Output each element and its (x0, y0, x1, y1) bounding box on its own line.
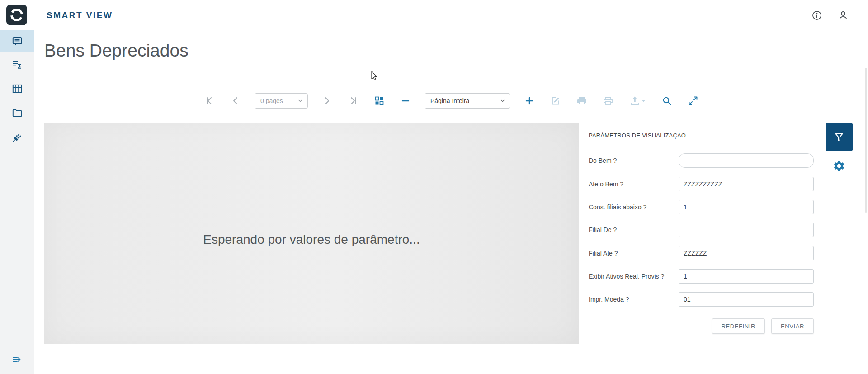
edit-report-button[interactable] (548, 94, 563, 108)
page-layout-button[interactable] (372, 94, 387, 108)
sidebar-item-folders[interactable] (0, 101, 34, 125)
sidebar (0, 30, 34, 374)
sidebar-expand-button[interactable] (0, 350, 34, 369)
search-button[interactable] (660, 94, 674, 108)
zoom-out-button[interactable] (398, 94, 413, 108)
param-label: Cons. filiais abaixo ? (589, 200, 646, 214)
export-icon (629, 95, 640, 106)
zoom-select[interactable]: Página Inteira (425, 93, 510, 109)
last-page-button[interactable] (346, 94, 360, 108)
viewer-message: Esperando por valores de parâmetro... (203, 232, 420, 247)
param-label: Exibir Ativos Real. Provis ? (589, 269, 664, 284)
chevron-down-icon (641, 99, 646, 104)
param-row: Filial Ate ? (589, 246, 814, 260)
param-row: Ate o Bem ? (589, 177, 814, 191)
filter-icon (833, 131, 845, 143)
param-input-do-bem[interactable] (679, 153, 814, 168)
page-title: Bens Depreciados (44, 41, 189, 61)
totvs-logo-icon (6, 5, 27, 25)
first-page-button[interactable] (202, 94, 217, 108)
param-input-exibir-ativos[interactable] (679, 269, 814, 284)
print-preview-icon (603, 95, 613, 106)
zoom-in-icon (524, 95, 535, 106)
last-page-icon (348, 95, 359, 106)
export-button[interactable] (627, 94, 648, 108)
user-icon (838, 10, 849, 21)
param-input-cons-filiais[interactable] (679, 200, 814, 214)
param-input-filial-de[interactable] (679, 223, 814, 237)
fullscreen-button[interactable] (686, 94, 700, 108)
user-button[interactable] (838, 10, 849, 21)
parameters-panel: PARÂMETROS DE VISUALIZAÇÃO Do Bem ? Ate … (579, 123, 822, 344)
next-page-button[interactable] (320, 94, 334, 108)
sidebar-item-tables[interactable] (0, 76, 34, 101)
fullscreen-icon (688, 95, 698, 106)
expand-menu-icon (11, 354, 23, 365)
param-row: Exibir Ativos Real. Provis ? (589, 269, 814, 284)
plug-icon (11, 132, 23, 143)
param-input-ate-o-bem[interactable] (679, 177, 814, 191)
param-input-filial-ate[interactable] (679, 246, 814, 260)
submit-button[interactable]: ENVIAR (771, 318, 814, 334)
param-row: Filial De ? (589, 223, 814, 237)
param-row: Do Bem ? (589, 153, 814, 168)
top-bar: SMART VIEW (0, 0, 868, 30)
zoom-select-value: Página Inteira (430, 97, 469, 104)
info-icon (811, 10, 822, 21)
app-title: SMART VIEW (47, 0, 113, 30)
next-page-icon (321, 95, 332, 106)
sidebar-item-summaries[interactable] (0, 52, 34, 76)
report-icon (11, 35, 23, 47)
report-toolbar: 0 pages Página Inteira (202, 90, 700, 111)
parameters-title: PARÂMETROS DE VISUALIZAÇÃO (589, 132, 686, 139)
summary-icon (11, 58, 23, 70)
table-icon (11, 83, 23, 95)
param-label: Filial Ate ? (589, 246, 618, 260)
param-row: Impr. Moeda ? (589, 292, 814, 307)
folder-icon (11, 107, 23, 119)
app-logo[interactable] (6, 5, 27, 25)
print-icon (576, 95, 587, 106)
reset-button[interactable]: REDEFINIR (712, 318, 765, 334)
search-icon (661, 95, 672, 106)
chevron-down-icon (500, 98, 505, 104)
param-label: Ate o Bem ? (589, 177, 623, 191)
print-button[interactable] (575, 94, 589, 108)
edit-report-icon (550, 95, 561, 106)
print-preview-button[interactable] (601, 94, 615, 108)
mouse-cursor (370, 71, 380, 81)
sidebar-item-reports[interactable] (0, 30, 34, 52)
param-row: Cons. filiais abaixo ? (589, 200, 814, 214)
zoom-in-button[interactable] (522, 94, 537, 108)
param-label: Impr. Moeda ? (589, 292, 629, 307)
param-input-impr-moeda[interactable] (679, 292, 814, 307)
vertical-scrollbar[interactable] (865, 68, 867, 213)
previous-page-icon (230, 95, 241, 106)
settings-panel-button[interactable] (833, 160, 845, 172)
previous-page-button[interactable] (228, 94, 243, 108)
report-viewer: Esperando por valores de parâmetro... (44, 123, 579, 344)
sidebar-item-connections[interactable] (0, 125, 34, 150)
info-button[interactable] (811, 10, 822, 21)
zoom-out-icon (400, 95, 411, 106)
first-page-icon (204, 95, 215, 106)
gear-icon (833, 160, 845, 172)
page-layout-icon (374, 95, 385, 106)
param-label: Do Bem ? (589, 153, 617, 168)
pages-select[interactable]: 0 pages (255, 93, 308, 109)
param-label: Filial De ? (589, 223, 617, 237)
pages-select-value: 0 pages (260, 97, 283, 104)
chevron-down-icon (297, 98, 303, 104)
filter-panel-button[interactable] (826, 123, 853, 151)
